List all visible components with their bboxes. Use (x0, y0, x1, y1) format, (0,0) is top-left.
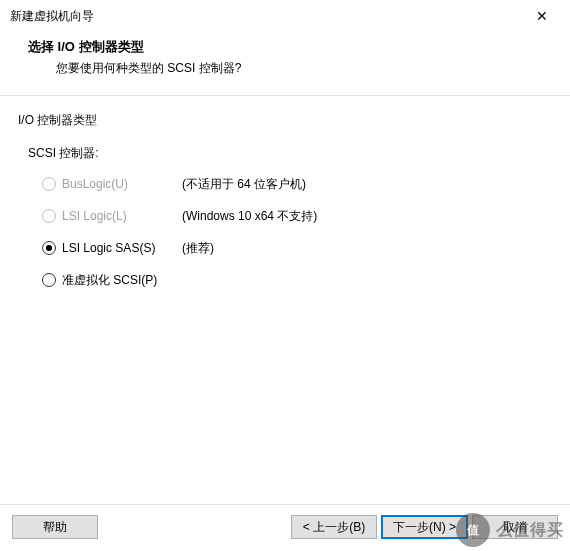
radio-lsilogic-sas[interactable] (42, 241, 56, 255)
titlebar: 新建虚拟机向导 ✕ (0, 0, 570, 32)
option-label: LSI Logic SAS(S) (62, 241, 182, 255)
help-button[interactable]: 帮助 (12, 515, 98, 539)
page-heading: 选择 I/O 控制器类型 (28, 38, 546, 56)
wizard-content: I/O 控制器类型 SCSI 控制器: BusLogic(U) (不适用于 64… (0, 96, 570, 312)
scsi-controller-label: SCSI 控制器: (18, 145, 552, 162)
next-button[interactable]: 下一步(N) > (381, 515, 468, 539)
option-buslogic: BusLogic(U) (不适用于 64 位客户机) (42, 174, 552, 194)
controller-options: BusLogic(U) (不适用于 64 位客户机) LSI Logic(L) … (18, 174, 552, 290)
option-note: (Windows 10 x64 不支持) (182, 208, 317, 225)
wizard-header: 选择 I/O 控制器类型 您要使用何种类型的 SCSI 控制器? (0, 32, 570, 96)
close-button[interactable]: ✕ (522, 2, 562, 30)
wizard-footer: 帮助 < 上一步(B) 下一步(N) > 取消 (0, 504, 570, 551)
radio-buslogic (42, 177, 56, 191)
window-title: 新建虚拟机向导 (10, 8, 522, 25)
option-label: LSI Logic(L) (62, 209, 182, 223)
page-subheading: 您要使用何种类型的 SCSI 控制器? (28, 60, 546, 77)
option-note: (不适用于 64 位客户机) (182, 176, 306, 193)
cancel-button[interactable]: 取消 (472, 515, 558, 539)
option-label: 准虚拟化 SCSI(P) (62, 272, 182, 289)
radio-paravirtual-scsi[interactable] (42, 273, 56, 287)
option-note: (推荐) (182, 240, 214, 257)
option-label: BusLogic(U) (62, 177, 182, 191)
close-icon: ✕ (536, 8, 548, 24)
option-paravirtual-scsi[interactable]: 准虚拟化 SCSI(P) (42, 270, 552, 290)
radio-lsilogic (42, 209, 56, 223)
option-lsilogic: LSI Logic(L) (Windows 10 x64 不支持) (42, 206, 552, 226)
option-lsilogic-sas[interactable]: LSI Logic SAS(S) (推荐) (42, 238, 552, 258)
group-title: I/O 控制器类型 (18, 112, 552, 129)
back-button[interactable]: < 上一步(B) (291, 515, 377, 539)
